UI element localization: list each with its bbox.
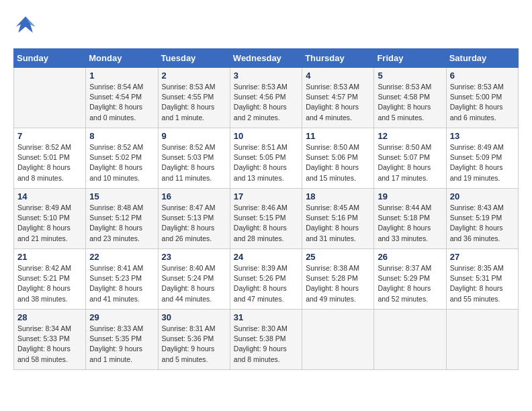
day-number: 28 [17, 312, 82, 322]
calendar-cell: 21Sunrise: 8:42 AMSunset: 5:21 PMDayligh… [14, 249, 86, 310]
day-info: Sunrise: 8:51 AMSunset: 5:05 PMDaylight:… [234, 142, 298, 183]
day-info: Sunrise: 8:54 AMSunset: 4:54 PMDaylight:… [89, 82, 154, 123]
day-info: Sunrise: 8:49 AMSunset: 5:09 PMDaylight:… [450, 142, 515, 183]
day-number: 15 [89, 191, 154, 201]
calendar-cell: 2Sunrise: 8:53 AMSunset: 4:55 PMDaylight… [158, 68, 230, 128]
day-info: Sunrise: 8:52 AMSunset: 5:02 PMDaylight:… [89, 142, 154, 183]
day-number: 21 [17, 252, 82, 262]
day-number: 18 [306, 191, 370, 201]
calendar-cell: 24Sunrise: 8:39 AMSunset: 5:26 PMDayligh… [230, 249, 302, 310]
day-info: Sunrise: 8:40 AMSunset: 5:24 PMDaylight:… [162, 263, 226, 304]
day-info: Sunrise: 8:34 AMSunset: 5:33 PMDaylight:… [17, 324, 82, 365]
day-header-wednesday: Wednesday [230, 49, 302, 68]
day-number: 6 [450, 71, 515, 81]
day-info: Sunrise: 8:31 AMSunset: 5:36 PMDaylight:… [162, 324, 226, 365]
calendar-cell [374, 310, 446, 370]
calendar-cell: 8Sunrise: 8:52 AMSunset: 5:02 PMDaylight… [86, 128, 158, 189]
calendar-cell: 6Sunrise: 8:53 AMSunset: 5:00 PMDaylight… [446, 68, 518, 128]
day-number: 24 [234, 252, 298, 262]
day-header-sunday: Sunday [14, 49, 86, 68]
calendar-week-3: 14Sunrise: 8:49 AMSunset: 5:10 PMDayligh… [14, 189, 519, 249]
calendar-week-5: 28Sunrise: 8:34 AMSunset: 5:33 PMDayligh… [14, 310, 519, 370]
day-number: 23 [162, 252, 226, 262]
day-info: Sunrise: 8:53 AMSunset: 4:57 PMDaylight:… [306, 82, 370, 123]
calendar-cell [446, 310, 518, 370]
day-info: Sunrise: 8:37 AMSunset: 5:29 PMDaylight:… [378, 263, 442, 304]
day-number: 16 [162, 191, 226, 201]
day-number: 1 [89, 71, 154, 81]
day-number: 20 [450, 191, 515, 201]
day-info: Sunrise: 8:48 AMSunset: 5:12 PMDaylight:… [89, 203, 154, 244]
day-number: 29 [89, 312, 154, 322]
calendar-week-2: 7Sunrise: 8:52 AMSunset: 5:01 PMDaylight… [14, 128, 519, 189]
calendar-week-4: 21Sunrise: 8:42 AMSunset: 5:21 PMDayligh… [14, 249, 519, 310]
day-number: 14 [17, 191, 82, 201]
page-header [13, 13, 519, 38]
calendar-cell [302, 310, 374, 370]
calendar-cell: 31Sunrise: 8:30 AMSunset: 5:38 PMDayligh… [230, 310, 302, 370]
day-info: Sunrise: 8:50 AMSunset: 5:06 PMDaylight:… [306, 142, 370, 183]
calendar-cell: 28Sunrise: 8:34 AMSunset: 5:33 PMDayligh… [14, 310, 86, 370]
day-number: 27 [450, 252, 515, 262]
day-info: Sunrise: 8:52 AMSunset: 5:03 PMDaylight:… [162, 142, 226, 183]
calendar-cell: 16Sunrise: 8:47 AMSunset: 5:13 PMDayligh… [158, 189, 230, 249]
day-number: 11 [306, 131, 370, 141]
calendar-cell: 9Sunrise: 8:52 AMSunset: 5:03 PMDaylight… [158, 128, 230, 189]
day-number: 17 [234, 191, 298, 201]
day-number: 19 [378, 191, 442, 201]
logo-icon [13, 13, 38, 38]
calendar-cell: 5Sunrise: 8:53 AMSunset: 4:58 PMDaylight… [374, 68, 446, 128]
day-number: 10 [234, 131, 298, 141]
calendar-cell: 1Sunrise: 8:54 AMSunset: 4:54 PMDaylight… [86, 68, 158, 128]
day-number: 8 [89, 131, 154, 141]
day-number: 25 [306, 252, 370, 262]
day-number: 5 [378, 71, 442, 81]
day-info: Sunrise: 8:39 AMSunset: 5:26 PMDaylight:… [234, 263, 298, 304]
day-info: Sunrise: 8:49 AMSunset: 5:10 PMDaylight:… [17, 203, 82, 244]
calendar-cell: 26Sunrise: 8:37 AMSunset: 5:29 PMDayligh… [374, 249, 446, 310]
calendar-cell [14, 68, 86, 128]
day-info: Sunrise: 8:38 AMSunset: 5:28 PMDaylight:… [306, 263, 370, 304]
calendar-cell: 22Sunrise: 8:41 AMSunset: 5:23 PMDayligh… [86, 249, 158, 310]
calendar-week-1: 1Sunrise: 8:54 AMSunset: 4:54 PMDaylight… [14, 68, 519, 128]
day-number: 9 [162, 131, 226, 141]
day-info: Sunrise: 8:44 AMSunset: 5:18 PMDaylight:… [378, 203, 442, 244]
day-number: 31 [234, 312, 298, 322]
calendar-cell: 7Sunrise: 8:52 AMSunset: 5:01 PMDaylight… [14, 128, 86, 189]
day-info: Sunrise: 8:50 AMSunset: 5:07 PMDaylight:… [378, 142, 442, 183]
calendar-cell: 15Sunrise: 8:48 AMSunset: 5:12 PMDayligh… [86, 189, 158, 249]
day-info: Sunrise: 8:53 AMSunset: 4:56 PMDaylight:… [234, 82, 298, 123]
day-info: Sunrise: 8:53 AMSunset: 4:55 PMDaylight:… [162, 82, 226, 123]
calendar-cell: 10Sunrise: 8:51 AMSunset: 5:05 PMDayligh… [230, 128, 302, 189]
calendar-cell: 11Sunrise: 8:50 AMSunset: 5:06 PMDayligh… [302, 128, 374, 189]
day-info: Sunrise: 8:53 AMSunset: 4:58 PMDaylight:… [378, 82, 442, 123]
day-info: Sunrise: 8:33 AMSunset: 5:35 PMDaylight:… [89, 324, 154, 365]
calendar-cell: 4Sunrise: 8:53 AMSunset: 4:57 PMDaylight… [302, 68, 374, 128]
day-info: Sunrise: 8:41 AMSunset: 5:23 PMDaylight:… [89, 263, 154, 304]
day-info: Sunrise: 8:47 AMSunset: 5:13 PMDaylight:… [162, 203, 226, 244]
day-number: 4 [306, 71, 370, 81]
day-info: Sunrise: 8:42 AMSunset: 5:21 PMDaylight:… [17, 263, 82, 304]
calendar-cell: 13Sunrise: 8:49 AMSunset: 5:09 PMDayligh… [446, 128, 518, 189]
day-header-monday: Monday [86, 49, 158, 68]
calendar-cell: 12Sunrise: 8:50 AMSunset: 5:07 PMDayligh… [374, 128, 446, 189]
day-info: Sunrise: 8:43 AMSunset: 5:19 PMDaylight:… [450, 203, 515, 244]
logo [13, 13, 40, 38]
calendar-cell: 29Sunrise: 8:33 AMSunset: 5:35 PMDayligh… [86, 310, 158, 370]
day-info: Sunrise: 8:35 AMSunset: 5:31 PMDaylight:… [450, 263, 515, 304]
day-header-tuesday: Tuesday [158, 49, 230, 68]
day-info: Sunrise: 8:53 AMSunset: 5:00 PMDaylight:… [450, 82, 515, 123]
day-number: 3 [234, 71, 298, 81]
calendar-cell: 17Sunrise: 8:46 AMSunset: 5:15 PMDayligh… [230, 189, 302, 249]
day-header-thursday: Thursday [302, 49, 374, 68]
calendar-cell: 3Sunrise: 8:53 AMSunset: 4:56 PMDaylight… [230, 68, 302, 128]
calendar-cell: 25Sunrise: 8:38 AMSunset: 5:28 PMDayligh… [302, 249, 374, 310]
calendar-cell: 14Sunrise: 8:49 AMSunset: 5:10 PMDayligh… [14, 189, 86, 249]
calendar-cell: 27Sunrise: 8:35 AMSunset: 5:31 PMDayligh… [446, 249, 518, 310]
calendar-cell: 19Sunrise: 8:44 AMSunset: 5:18 PMDayligh… [374, 189, 446, 249]
day-number: 30 [162, 312, 226, 322]
calendar-cell: 30Sunrise: 8:31 AMSunset: 5:36 PMDayligh… [158, 310, 230, 370]
calendar-table: SundayMondayTuesdayWednesdayThursdayFrid… [13, 48, 519, 370]
day-info: Sunrise: 8:45 AMSunset: 5:16 PMDaylight:… [306, 203, 370, 244]
day-number: 22 [89, 252, 154, 262]
